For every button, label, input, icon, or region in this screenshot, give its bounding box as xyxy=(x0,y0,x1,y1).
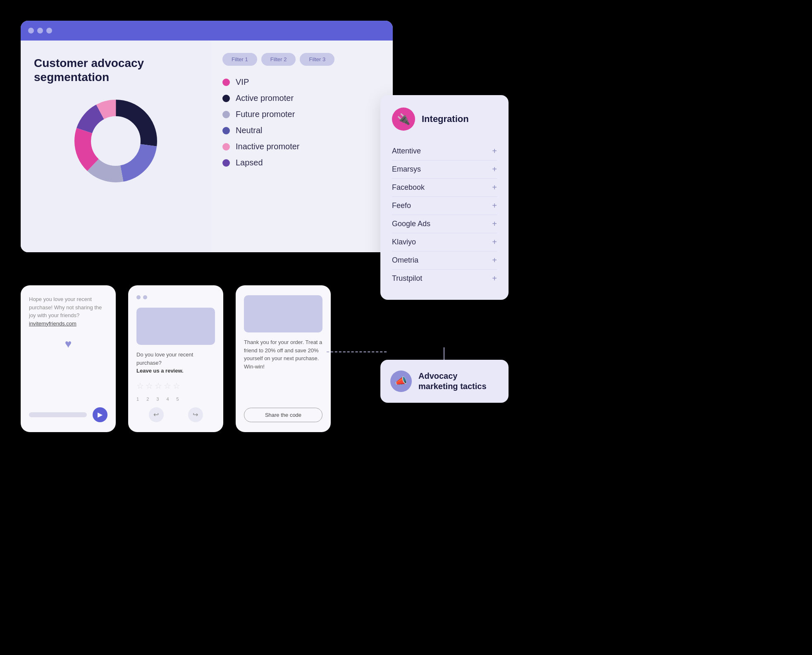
star-4[interactable]: ☆ xyxy=(164,381,171,391)
add-klaviyo-icon[interactable]: + xyxy=(492,237,497,247)
star-1[interactable]: ☆ xyxy=(136,381,144,391)
phone-cards: Hope you love your recent purchase! Why … xyxy=(21,285,331,432)
stars-row: ☆ ☆ ☆ ☆ ☆ xyxy=(136,381,215,391)
integration-label-klaviyo: Klaviyo xyxy=(392,238,416,246)
browser-dot-red xyxy=(28,28,34,33)
review-card: Do you love your recent purchase? Leave … xyxy=(128,285,223,432)
svg-point-7 xyxy=(92,117,140,165)
filter-pill-3[interactable]: Filter 3 xyxy=(300,53,334,66)
add-emarsys-icon[interactable]: + xyxy=(492,165,497,174)
star-3[interactable]: ☆ xyxy=(155,381,162,391)
add-ometria-icon[interactable]: + xyxy=(492,256,497,265)
sms-input-bar[interactable] xyxy=(29,412,87,417)
review-footer: ↩ ↪ xyxy=(136,407,215,422)
back-button[interactable]: ↩ xyxy=(149,407,164,422)
filter-pill-1[interactable]: Filter 1 xyxy=(222,53,257,66)
legend-label-active: Active promoter xyxy=(236,93,294,103)
review-header-dots xyxy=(136,295,215,299)
dashed-connector-line xyxy=(327,351,387,352)
plug-icon: 🔌 xyxy=(392,108,415,131)
add-attentive-icon[interactable]: + xyxy=(492,146,497,156)
star-num-1: 1 xyxy=(136,397,139,402)
integration-list: Attentive + Emarsys + Facebook + Feefo +… xyxy=(392,142,497,287)
sms-message-text: Hope you love your recent purchase! Why … xyxy=(29,295,107,328)
review-dot-2 xyxy=(143,295,147,299)
integration-item-feefo[interactable]: Feefo + xyxy=(392,197,497,215)
integration-title: Integration xyxy=(422,114,469,124)
legend-label-neutral: Neutral xyxy=(236,126,262,135)
forward-button[interactable]: ↪ xyxy=(188,407,203,422)
integration-label-ometria: Ometria xyxy=(392,256,418,265)
heart-icon: ♥ xyxy=(29,333,107,355)
legend-dot-inactive xyxy=(222,143,230,151)
sms-footer: ▶ xyxy=(29,407,107,422)
legend-dot-active xyxy=(222,95,230,102)
legend-label-inactive: Inactive promoter xyxy=(236,142,300,151)
legend-label-future: Future promoter xyxy=(236,110,295,119)
chart-title: Customer advocacy segmentation xyxy=(34,56,198,84)
star-5[interactable]: ☆ xyxy=(173,381,180,391)
integration-label-emarsys: Emarsys xyxy=(392,165,421,174)
legend-dot-neutral xyxy=(222,127,230,134)
legend-label-lapsed: Lapsed xyxy=(236,158,263,167)
donut-chart xyxy=(70,96,161,186)
legend-list: VIP Active promoter Future promoter Neut… xyxy=(222,77,381,167)
legend-dot-vip xyxy=(222,79,230,86)
browser-dot-yellow xyxy=(37,28,43,33)
integration-label-trustpilot: Trustpilot xyxy=(392,274,422,283)
browser-titlebar xyxy=(21,21,393,41)
browser-right-panel: Filter 1 Filter 2 Filter 3 VIP Active pr… xyxy=(211,41,393,252)
integration-item-trustpilot[interactable]: Trustpilot + xyxy=(392,270,497,287)
share-code-button[interactable]: Share the code xyxy=(244,408,322,422)
integration-item-attentive[interactable]: Attentive + xyxy=(392,142,497,160)
legend-item-vip: VIP xyxy=(222,77,381,87)
megaphone-icon: 📣 xyxy=(390,371,412,392)
integration-label-feefo: Feefo xyxy=(392,201,411,210)
integration-header: 🔌 Integration xyxy=(392,108,497,131)
filter-pills: Filter 1 Filter 2 Filter 3 xyxy=(222,53,381,66)
integration-item-facebook[interactable]: Facebook + xyxy=(392,179,497,197)
legend-item-future-promoter: Future promoter xyxy=(222,110,381,119)
browser-dot-green xyxy=(46,28,52,33)
integration-item-google-ads[interactable]: Google Ads + xyxy=(392,215,497,233)
legend-label-vip: VIP xyxy=(236,77,249,87)
advocacy-title: Advocacy marketing tactics xyxy=(418,371,499,392)
legend-dot-lapsed xyxy=(222,159,230,167)
add-trustpilot-icon[interactable]: + xyxy=(492,274,497,283)
star-num-2: 2 xyxy=(146,397,149,402)
add-feefo-icon[interactable]: + xyxy=(492,201,497,210)
legend-item-neutral: Neutral xyxy=(222,126,381,135)
star-num-4: 4 xyxy=(166,397,169,402)
filter-pill-2[interactable]: Filter 2 xyxy=(261,53,296,66)
star-numbers: 1 2 3 4 5 xyxy=(136,397,215,402)
integration-label-attentive: Attentive xyxy=(392,147,421,155)
review-question: Do you love your recent purchase? Leave … xyxy=(136,351,215,375)
sms-link[interactable]: invitemyfriends.com xyxy=(29,320,76,327)
referral-image xyxy=(244,295,322,332)
sms-card: Hope you love your recent purchase! Why … xyxy=(21,285,116,432)
advocacy-box: 📣 Advocacy marketing tactics xyxy=(380,360,509,403)
integration-item-klaviyo[interactable]: Klaviyo + xyxy=(392,233,497,251)
referral-card: Thank you for your order. Treat a friend… xyxy=(236,285,331,432)
add-facebook-icon[interactable]: + xyxy=(492,183,497,192)
star-num-3: 3 xyxy=(156,397,159,402)
review-dot-1 xyxy=(136,295,141,299)
integration-label-google-ads: Google Ads xyxy=(392,220,430,228)
legend-item-inactive: Inactive promoter xyxy=(222,142,381,151)
send-button[interactable]: ▶ xyxy=(93,407,107,422)
review-cta: Leave us a review. xyxy=(136,368,184,374)
browser-window: Customer advocacy segmentation xyxy=(21,21,393,252)
star-num-5: 5 xyxy=(177,397,179,402)
browser-left-panel: Customer advocacy segmentation xyxy=(21,41,211,252)
legend-dot-future xyxy=(222,111,230,118)
review-image xyxy=(136,308,215,345)
integration-panel: 🔌 Integration Attentive + Emarsys + Face… xyxy=(380,95,509,300)
referral-message: Thank you for your order. Treat a friend… xyxy=(244,338,322,371)
integration-item-ometria[interactable]: Ometria + xyxy=(392,251,497,270)
add-google-ads-icon[interactable]: + xyxy=(492,219,497,229)
integration-item-emarsys[interactable]: Emarsys + xyxy=(392,160,497,179)
integration-label-facebook: Facebook xyxy=(392,183,425,192)
legend-item-lapsed: Lapsed xyxy=(222,158,381,167)
star-2[interactable]: ☆ xyxy=(146,381,153,391)
legend-item-active-promoter: Active promoter xyxy=(222,93,381,103)
